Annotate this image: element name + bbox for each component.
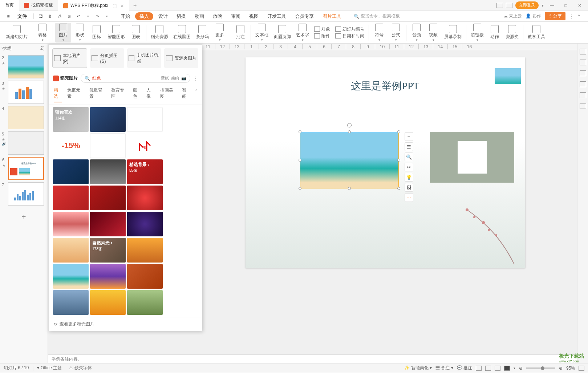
zoom-slider[interactable] xyxy=(526,367,555,369)
float-idea-icon[interactable]: 💡 xyxy=(405,173,413,182)
image-thumb[interactable] xyxy=(127,290,163,315)
sidebar-animation-icon[interactable] xyxy=(580,81,586,87)
image-thumb[interactable] xyxy=(90,290,126,315)
rib-datetime[interactable]: 日期和时间 xyxy=(335,33,364,39)
rotate-handle[interactable] xyxy=(347,123,352,127)
cat-smart[interactable]: 智能 xyxy=(182,87,190,102)
resize-handle-tl[interactable] xyxy=(299,130,301,133)
image-thumb[interactable] xyxy=(127,238,163,263)
command-search[interactable]: 🔍 查找命令、搜索模板 xyxy=(354,13,400,19)
more-menu-icon[interactable]: ⋮ xyxy=(569,14,573,19)
float-zoom-out[interactable]: − xyxy=(405,132,413,141)
tab-animation[interactable]: 动画 xyxy=(191,11,208,22)
btn-resource-folder[interactable]: 资源夹图片 xyxy=(164,48,198,68)
thumbnail-slide-3[interactable]: 3★ xyxy=(8,81,44,104)
collab-button[interactable]: 👤 协作 xyxy=(526,13,541,19)
cat-education[interactable]: 教育专区 xyxy=(111,87,128,102)
resize-handle-rm[interactable] xyxy=(397,159,400,162)
cloud-status[interactable]: ☁ 未上云 xyxy=(503,13,522,19)
fit-window-icon[interactable] xyxy=(579,366,584,371)
tab-review[interactable]: 审阅 xyxy=(227,11,244,22)
cat-cutout[interactable]: 免抠元素 xyxy=(67,87,84,102)
cat-featured[interactable]: 精选 xyxy=(54,87,62,102)
rib-action[interactable]: 动作 xyxy=(487,23,503,42)
float-zoom-icon[interactable]: 🔍 xyxy=(405,153,413,161)
view-normal-icon[interactable] xyxy=(476,366,482,371)
user-dropdown-icon[interactable]: ▾ xyxy=(542,3,544,8)
sidebar-docer-icon[interactable] xyxy=(580,49,586,54)
slide-canvas[interactable]: 这里是举例PPT − ☰ 🔍 xyxy=(246,57,525,268)
rib-mindmap[interactable]: 在线脑图 xyxy=(171,23,193,42)
redo-dropdown-icon[interactable]: ▾ xyxy=(103,12,111,20)
thumbnail-slide-2[interactable]: 2★ xyxy=(8,55,44,78)
float-layers-icon[interactable]: ☰ xyxy=(405,142,413,151)
collapse-panel-icon[interactable]: ‹‹ xyxy=(1,45,4,50)
resize-handle-bm[interactable] xyxy=(348,187,351,190)
resize-handle-tr[interactable] xyxy=(397,130,400,133)
rib-chart[interactable]: 图表 xyxy=(128,23,144,42)
sidebar-select-icon[interactable] xyxy=(580,70,586,76)
sidebar-transition-icon[interactable] xyxy=(580,92,586,98)
dropdown-footer[interactable]: ⟳ 查看更多稻壳图片 xyxy=(49,317,202,331)
tab-dropdown-icon[interactable]: ⬚ xyxy=(113,3,117,8)
login-button[interactable]: 立即登录 xyxy=(515,1,539,9)
image-thumb[interactable] xyxy=(90,212,126,236)
layout-icon[interactable] xyxy=(496,3,503,8)
sidebar-property-icon[interactable] xyxy=(580,103,586,109)
rib-shape[interactable]: 形状▾ xyxy=(72,23,88,42)
view-reading-icon[interactable] xyxy=(495,366,500,371)
cat-background[interactable]: 优质背景 xyxy=(89,87,106,102)
camera-icon[interactable]: 📷 xyxy=(181,76,186,81)
float-crop-icon[interactable]: ✂ xyxy=(405,163,413,171)
view-sorter-icon[interactable] xyxy=(485,366,491,371)
close-window-button[interactable]: ✕ xyxy=(574,3,585,8)
status-theme[interactable]: ▾ Office 主题 xyxy=(37,365,62,371)
image-thumb[interactable] xyxy=(53,186,89,210)
save-icon[interactable]: 🖫 xyxy=(37,12,45,20)
image-thumb[interactable] xyxy=(90,133,126,158)
thumbnail-slide-5[interactable]: 5★🔊 xyxy=(8,131,44,155)
zoom-out-button[interactable]: ⊖ xyxy=(519,366,523,371)
notes-bar[interactable]: 举例备注内容。 xyxy=(48,354,577,363)
slide-placeholder-shape[interactable] xyxy=(430,132,514,183)
image-thumb[interactable] xyxy=(53,264,89,289)
image-thumb[interactable]: 精选背景 ›55张 xyxy=(127,159,163,184)
image-thumb[interactable] xyxy=(127,212,163,236)
cat-illustration[interactable]: 插画美图 xyxy=(160,87,177,102)
minimize-button[interactable]: — xyxy=(547,3,557,8)
zoom-level[interactable]: 95% xyxy=(566,366,575,371)
tab-slides[interactable]: 幻 xyxy=(40,45,45,52)
tab-design[interactable]: 设计 xyxy=(155,11,171,22)
rib-comment[interactable]: 批注 xyxy=(232,23,248,42)
rib-attachment[interactable]: 附件 xyxy=(314,33,330,39)
btn-local-picture[interactable]: 本地图片(P) xyxy=(52,48,87,68)
float-save-icon[interactable]: 🖼 xyxy=(405,183,413,192)
image-thumb[interactable] xyxy=(127,107,163,132)
cat-portrait[interactable]: 人像 xyxy=(146,87,155,102)
zoom-in-button[interactable]: ⊕ xyxy=(559,366,563,371)
image-thumb[interactable]: -15% xyxy=(53,133,89,158)
redo-icon[interactable]: ↷ xyxy=(93,12,101,20)
collapse-ribbon-icon[interactable]: ⌃ xyxy=(577,14,581,19)
new-tab-button[interactable]: + xyxy=(129,2,141,9)
rib-video[interactable]: 视频▾ xyxy=(425,23,441,42)
status-notes[interactable]: ☰ 备注 ▾ xyxy=(435,365,453,371)
image-thumb[interactable] xyxy=(53,212,89,236)
rib-textbox[interactable]: 文本框▾ xyxy=(253,23,271,42)
category-scroll-right-icon[interactable]: › xyxy=(195,87,197,102)
rib-object[interactable]: 对象 xyxy=(314,26,330,32)
undo-dropdown-icon[interactable]: ▾ xyxy=(84,12,92,20)
rib-symbol[interactable]: 符号▾ xyxy=(371,23,387,42)
resize-handle-tm[interactable] xyxy=(348,130,351,133)
grid-icon[interactable] xyxy=(506,3,512,8)
rib-barcode[interactable]: 条形码 xyxy=(194,23,211,42)
cat-color[interactable]: 颜色 xyxy=(133,87,141,102)
undo-icon[interactable]: ↶ xyxy=(74,12,82,20)
tab-view[interactable]: 视图 xyxy=(246,11,262,22)
share-button[interactable]: ⇪ 分享 xyxy=(545,12,565,20)
tab-insert[interactable]: 插入 xyxy=(135,12,153,20)
image-search-box[interactable]: 🔍 壁纸 简约 📷 xyxy=(81,74,190,83)
tab-devtools[interactable]: 开发工具 xyxy=(264,11,290,22)
resize-handle-br[interactable] xyxy=(397,187,400,190)
slideshow-dropdown[interactable]: ▾ xyxy=(514,366,515,370)
